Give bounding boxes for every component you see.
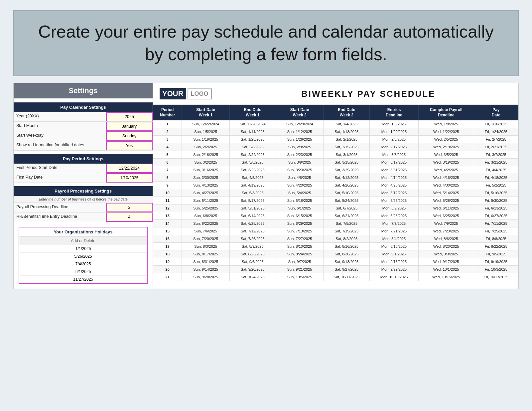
table-cell: Sat, 2/15/2025 bbox=[324, 143, 370, 151]
table-cell: Fri, 10/17/2025 bbox=[474, 273, 518, 281]
pay-period-header: Pay Period Settings bbox=[14, 154, 153, 164]
table-cell: Sat, 8/9/2025 bbox=[229, 243, 276, 250]
field-label: Start Weekday bbox=[14, 131, 106, 141]
table-cell: Fri, 2/21/2025 bbox=[474, 143, 518, 151]
table-cell: Fri, 4/4/2025 bbox=[474, 166, 518, 174]
table-cell: Sun, 4/20/2025 bbox=[276, 182, 324, 189]
table-cell: Sun, 3/16/2025 bbox=[182, 166, 230, 174]
table-cell: Wed, 6/25/2025 bbox=[418, 212, 474, 220]
table-cell: Sat, 4/12/2025 bbox=[324, 174, 370, 182]
table-cell: Wed, 4/16/2025 bbox=[418, 174, 474, 182]
table-cell: Mon, 4/28/2025 bbox=[370, 182, 418, 189]
table-cell: Mon, 5/12/2025 bbox=[370, 189, 418, 197]
field-value-first-pay[interactable]: 1/10/2025 bbox=[106, 173, 153, 183]
table-cell: Fri, 10/3/2025 bbox=[474, 266, 518, 273]
table-cell: Wed, 9/3/2025 bbox=[418, 250, 474, 258]
col-header-payroll: Complete PayrollDeadline bbox=[418, 105, 474, 120]
field-label: First Period Start Date bbox=[14, 164, 106, 173]
table-cell: Sat, 7/26/2025 bbox=[229, 235, 276, 243]
table-cell: Sat, 5/3/2025 bbox=[229, 189, 276, 197]
table-cell: Sun, 6/29/2025 bbox=[276, 220, 324, 227]
table-cell: Sun, 1/26/2025 bbox=[276, 136, 324, 143]
table-cell: Sat, 6/21/2025 bbox=[324, 212, 370, 220]
table-cell: Mon, 4/14/2025 bbox=[370, 174, 418, 182]
table-cell: Wed, 10/15/2025 bbox=[418, 273, 474, 281]
settings-row: Start Month January bbox=[14, 122, 153, 131]
field-value-red-format[interactable]: Yes bbox=[106, 141, 153, 150]
table-cell: Mon, 2/17/2025 bbox=[370, 143, 418, 151]
table-cell: Fri, 1/24/2025 bbox=[474, 128, 518, 136]
table-cell: Sun, 3/2/2025 bbox=[182, 159, 230, 166]
field-value-month[interactable]: January bbox=[106, 122, 153, 131]
holidays-add[interactable]: Add or Delete bbox=[19, 237, 147, 245]
settings-header: Settings bbox=[14, 83, 153, 98]
table-cell: Sat, 9/27/2025 bbox=[324, 266, 370, 273]
field-value-hr-deadline[interactable]: 4 bbox=[106, 212, 153, 222]
table-cell: Fri, 5/30/2025 bbox=[474, 197, 518, 205]
table-cell: Sun, 6/22/2025 bbox=[182, 220, 230, 227]
table-cell: Sun, 7/13/2025 bbox=[276, 227, 324, 235]
table-cell: Sat, 3/1/2025 bbox=[324, 151, 370, 159]
table-cell: Fri, 1/10/2025 bbox=[474, 120, 518, 128]
table-cell: Sun, 4/13/2025 bbox=[182, 182, 230, 189]
table-cell: Sat, 9/6/2025 bbox=[229, 258, 276, 266]
table-cell: 1 bbox=[153, 120, 182, 128]
table-cell: Mon, 8/4/2025 bbox=[370, 235, 418, 243]
table-cell: 10 bbox=[153, 189, 182, 197]
table-cell: Sun, 12/29/2024 bbox=[276, 120, 324, 128]
table-cell: Sun, 4/6/2025 bbox=[276, 174, 324, 182]
holiday-item[interactable]: 1/1/2025 bbox=[19, 245, 147, 253]
field-value-weekday[interactable]: Sunday bbox=[106, 131, 153, 141]
table-cell: Wed, 1/22/2025 bbox=[418, 128, 474, 136]
table-cell: Fri, 9/19/2025 bbox=[474, 258, 518, 266]
table-cell: Fri, 6/27/2025 bbox=[474, 212, 518, 220]
table-cell: Mon, 3/17/2025 bbox=[370, 159, 418, 166]
table-cell: Wed, 3/5/2025 bbox=[418, 151, 474, 159]
field-value-first-start[interactable]: 12/22/2024 bbox=[106, 164, 153, 173]
table-cell: Sun, 2/9/2025 bbox=[276, 143, 324, 151]
settings-row: Show red formatting for shifted dates Ye… bbox=[14, 141, 153, 151]
table-cell: Sat, 9/20/2025 bbox=[229, 266, 276, 273]
holiday-item[interactable]: 9/1/2025 bbox=[19, 268, 147, 276]
table-cell: Sun, 3/9/2025 bbox=[276, 159, 324, 166]
logo-logo: LOGO bbox=[188, 88, 212, 99]
field-label: Year (20XX) bbox=[14, 112, 106, 121]
holidays-header: Your Organizations Holidays bbox=[19, 227, 147, 237]
table-cell: Sat, 2/8/2025 bbox=[229, 143, 276, 151]
table-cell: Sun, 10/5/2025 bbox=[276, 273, 324, 281]
table-cell: Mon, 10/13/2025 bbox=[370, 273, 418, 281]
table-cell: Fri, 5/16/2025 bbox=[474, 189, 518, 197]
table-cell: Mon, 9/15/2025 bbox=[370, 258, 418, 266]
table-cell: Mon, 3/3/2025 bbox=[370, 151, 418, 159]
table-cell: Fri, 6/13/2025 bbox=[474, 205, 518, 212]
field-value-payroll-deadline[interactable]: 2 bbox=[106, 203, 153, 212]
table-cell: Sat, 2/22/2025 bbox=[229, 151, 276, 159]
table-cell: Sun, 5/18/2025 bbox=[276, 197, 324, 205]
table-cell: Sat, 1/25/2025 bbox=[229, 136, 276, 143]
table-cell: Sat, 10/4/2025 bbox=[229, 273, 276, 281]
table-cell: Sat, 4/5/2025 bbox=[229, 174, 276, 182]
table-cell: Sun, 6/15/2025 bbox=[276, 212, 324, 220]
holiday-item[interactable]: 7/4/2025 bbox=[19, 260, 147, 268]
table-cell: 12 bbox=[153, 205, 182, 212]
holidays-box: Your Organizations Holidays Add or Delet… bbox=[19, 227, 148, 284]
table-cell: Sun, 5/25/2025 bbox=[182, 205, 230, 212]
logo-area: YOUR LOGO bbox=[160, 88, 212, 99]
holiday-item[interactable]: 5/26/2025 bbox=[19, 253, 147, 260]
table-cell: Fri, 7/25/2025 bbox=[474, 227, 518, 235]
table-cell: 20 bbox=[153, 266, 182, 273]
table-cell: 3 bbox=[153, 136, 182, 143]
main-content: Settings Pay Calendar Settings Year (20X… bbox=[13, 83, 519, 289]
table-cell: Sat, 7/12/2025 bbox=[229, 227, 276, 235]
field-value-year[interactable]: 2025 bbox=[106, 112, 153, 121]
table-cell: 6 bbox=[153, 159, 182, 166]
table-cell: Wed, 2/5/2025 bbox=[418, 136, 474, 143]
table-cell: Sun, 1/19/2025 bbox=[182, 136, 230, 143]
table-cell: Sun, 3/23/2025 bbox=[276, 166, 324, 174]
field-label: Show red formatting for shifted dates bbox=[14, 141, 106, 150]
table-cell: Mon, 9/29/2025 bbox=[370, 266, 418, 273]
table-cell: Sun, 1/5/2025 bbox=[182, 128, 230, 136]
banner-text: Create your entire pay schedule and cale… bbox=[21, 21, 511, 66]
holiday-item[interactable]: 11/27/2025 bbox=[19, 276, 147, 283]
settings-panel: Settings Pay Calendar Settings Year (20X… bbox=[13, 83, 153, 289]
